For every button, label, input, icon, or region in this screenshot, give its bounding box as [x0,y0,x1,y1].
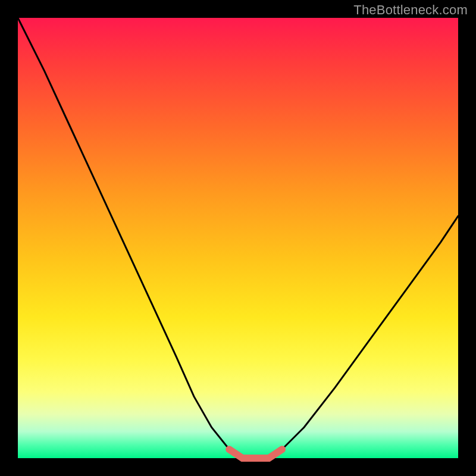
curve-svg [18,18,458,458]
chart-frame: TheBottleneck.com [0,0,476,476]
watermark-text: TheBottleneck.com [353,2,468,18]
bottleneck-curve-path [18,18,458,458]
highlight-segment-path [229,449,282,458]
plot-area [18,18,458,458]
